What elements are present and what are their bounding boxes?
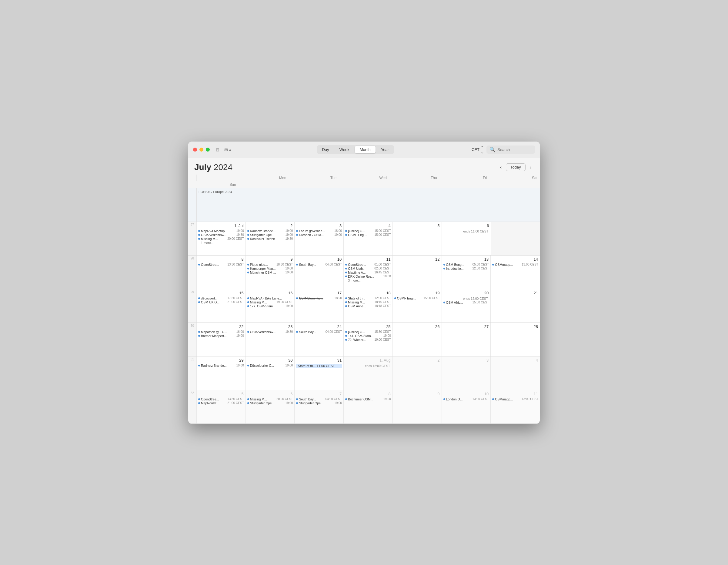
calendar-cell[interactable]: 30Düsseldorfer O...19:00 xyxy=(246,356,295,390)
calendar-cell[interactable]: 3 xyxy=(442,356,491,390)
close-button[interactable] xyxy=(193,148,197,152)
calendar-event[interactable]: Münchner OSM-...19:00 xyxy=(247,271,293,274)
calendar-event[interactable]: South Bay...04:00 CEST xyxy=(296,330,342,334)
calendar-cell[interactable]: 6Missing M...20:00 CESTStuttgarter Ope..… xyxy=(246,390,295,423)
calendar-event[interactable]: Stuttgarter Ope...19:00 xyxy=(247,233,293,237)
calendar-event[interactable]: OSM Afric...15:00 CEST xyxy=(443,301,489,304)
calendar-cell[interactable]: 7South Bay...04:00 CESTStuttgarter Ope..… xyxy=(295,390,344,423)
calendar-event[interactable]: OSMmapp...13:00 CEST xyxy=(492,263,539,266)
calendar-event[interactable]: OSM-Stammtis...18:20 xyxy=(296,296,342,300)
minimize-button[interactable] xyxy=(199,148,203,152)
calendar-cell[interactable]: 6ends 11:00 CEST xyxy=(442,222,491,255)
calendar-event[interactable]: OSMF Engi...15:00 CEST xyxy=(345,233,391,237)
search-input[interactable] xyxy=(497,147,532,152)
calendar-cell[interactable]: 3Forum governan...18:00Dresden - OSM...1… xyxy=(295,222,344,255)
calendar-event[interactable]: OSMF Engi...15:00 CEST xyxy=(394,296,440,300)
calendar-event[interactable]: Radnetz Brande...19:00 xyxy=(198,364,244,367)
calendar-cell[interactable]: 13OSM Beng...05:30 CESTIntroductio...22:… xyxy=(442,256,491,289)
calendar-event[interactable]: Radnetz Brande...19:00 xyxy=(247,229,293,233)
calendar-event[interactable]: OSM Beng...05:30 CEST xyxy=(443,263,489,266)
calendar-event[interactable]: [Online] C...15:00 CEST xyxy=(345,229,391,233)
calendar-cell[interactable]: 1. JulMapRVA Meetup19:00OSM-Verkehrsw...… xyxy=(197,222,246,255)
calendar-event[interactable]: Dresden - OSM...19:00 xyxy=(296,233,342,237)
tab-month[interactable]: Month xyxy=(355,146,376,153)
calendar-event[interactable]: OpenStree...13:30 CEST xyxy=(198,397,244,401)
calendar-event[interactable]: Bochumer OSM...19:00 xyxy=(345,397,391,401)
calendar-event[interactable]: Forum governan...18:00 xyxy=(296,229,342,233)
calendar-event[interactable]: Missing M...20:00 CEST xyxy=(198,237,244,241)
calendar-cell[interactable]: 23OSM-Verkehrsw...19:30 xyxy=(246,323,295,356)
calendar-event[interactable]: Stuttgarter Ope...19:00 xyxy=(296,401,342,405)
sidebar-icon[interactable]: ⊡ xyxy=(215,147,221,153)
calendar-event[interactable]: [Online] O...15:30 CEST xyxy=(345,330,391,334)
calendar-cell[interactable]: 4[Online] C...15:00 CESTOSMF Engi...15:0… xyxy=(344,222,393,255)
calendar-event[interactable]: MapRoulet...21:00 CEST xyxy=(198,401,244,405)
calendar-cell[interactable]: 31State of th... 11:00 CEST xyxy=(295,356,344,390)
calendar-cell[interactable]: 2 xyxy=(393,356,442,390)
banner-event[interactable]: FOSS4G Europe 2024 xyxy=(199,190,232,194)
calendar-cell[interactable]: 22Mapathon @ TU...16:00Bremer Mappert...… xyxy=(197,323,246,356)
calendar-event[interactable]: OSM-Verkehrsw...19:30 xyxy=(198,233,244,237)
calendar-event[interactable]: 177. OSM-Stam...19:00 xyxy=(247,304,293,308)
calendar-event[interactable]: Hamburger Map...19:00 xyxy=(247,267,293,270)
calendar-cell[interactable]: 14OSMmapp...13:00 CEST xyxy=(491,256,540,289)
calendar-event[interactable]: OSM-Verkehrsw...19:30 xyxy=(247,330,293,334)
calendar-cell[interactable]: 25[Online] O...15:30 CEST144. OSM-Stam..… xyxy=(344,323,393,356)
prev-month-button[interactable]: ‹ xyxy=(498,163,504,171)
next-month-button[interactable]: › xyxy=(527,163,534,171)
calendar-event[interactable]: South Bay...04:00 CEST xyxy=(296,397,342,401)
maximize-button[interactable] xyxy=(206,148,210,152)
calendar-event[interactable]: Missing M...19:00 CEST xyxy=(247,300,293,304)
calendar-cell[interactable]: 12 xyxy=(393,256,442,289)
calendar-event[interactable]: OSM UK O...21:00 CEST xyxy=(198,300,244,304)
calendar-event[interactable]: 72. Wiener...19:00 CEST xyxy=(345,338,391,342)
calendar-cell[interactable]: 24South Bay...04:00 CEST xyxy=(295,323,344,356)
calendar-event[interactable]: Stuttgarter Ope...19:00 xyxy=(247,401,293,405)
calendar-cell[interactable]: 8OpenStree...13:30 CEST xyxy=(197,256,246,289)
calendar-cell[interactable]: 2Radnetz Brande...19:00Stuttgarter Ope..… xyxy=(246,222,295,255)
calendar-cell[interactable]: 27 xyxy=(442,323,491,356)
calendar-event[interactable]: 144. OSM-Stam...19:00 xyxy=(345,334,391,338)
calendar-cell[interactable]: 19OSMF Engi...15:00 CEST xyxy=(393,289,442,323)
calendar-cell[interactable]: 15découvert...17:30 CESTOSM UK O...21:00… xyxy=(197,289,246,323)
calendar-event[interactable]: State of th...12:00 CEST xyxy=(345,296,391,300)
calendar-event[interactable]: DRK Online Roa...18:00 xyxy=(345,275,391,278)
calendar-cell[interactable]: 29Radnetz Brande...19:00 xyxy=(197,356,246,390)
add-icon[interactable]: + xyxy=(234,147,239,153)
calendar-event[interactable]: découvert...17:30 CEST xyxy=(198,296,244,300)
calendar-event[interactable]: Pique-niqu...18:30 CEST xyxy=(247,263,293,266)
calendar-cell[interactable]: 26 xyxy=(393,323,442,356)
calendar-event[interactable]: OSMmapp...13:00 CEST xyxy=(492,397,539,401)
calendar-event[interactable]: OSM Utah...02:00 CEST xyxy=(345,267,391,270)
calendar-cell[interactable]: 5 xyxy=(393,222,442,255)
calendar-cell[interactable]: 11OpenStree...01:00 CESTOSM Utah...02:00… xyxy=(344,256,393,289)
calendar-cell[interactable]: 16MapRVA - Bike Lane...Missing M...19:00… xyxy=(246,289,295,323)
calendar-cell[interactable]: 9Pique-niqu...18:30 CESTHamburger Map...… xyxy=(246,256,295,289)
calendar-cell[interactable]: 1. Augends 18:00 CEST xyxy=(344,356,393,390)
calendar-event[interactable]: Maptime A...16:45 CEST xyxy=(345,271,391,274)
calendar-event[interactable]: MapRVA Meetup19:00 xyxy=(198,229,244,233)
mail-icon[interactable]: ✉ 4 xyxy=(223,147,232,153)
calendar-event[interactable]: Rostocker Treffen19:30 xyxy=(247,237,293,241)
calendar-event[interactable]: MapRVA - Bike Lane... xyxy=(247,296,293,300)
calendar-event[interactable]: Bremer Mappert...19:00 xyxy=(198,334,244,338)
calendar-event[interactable]: Mapathon @ TU...16:00 xyxy=(198,330,244,334)
calendar-event[interactable]: Missing M...18:15 CEST xyxy=(345,300,391,304)
timezone-selector[interactable]: CET ⌃⌄ xyxy=(472,145,484,154)
banner-inline-event[interactable]: State of th... 11:00 CEST xyxy=(296,364,342,368)
tab-year[interactable]: Year xyxy=(376,146,394,153)
calendar-event[interactable]: OSM Anne...18:18 CEST xyxy=(345,304,391,308)
calendar-event[interactable]: South Bay...04:00 CEST xyxy=(296,263,342,266)
calendar-cell[interactable]: 17OSM-Stammtis...18:20 xyxy=(295,289,344,323)
calendar-cell[interactable]: 21 xyxy=(491,289,540,323)
calendar-event[interactable]: Düsseldorfer O...19:00 xyxy=(247,364,293,367)
calendar-cell[interactable]: 11OSMmapp...13:00 CEST xyxy=(491,390,540,423)
calendar-cell[interactable]: 10London O...13:00 CEST xyxy=(442,390,491,423)
calendar-cell[interactable]: 20ends 12:00 CESTOSM Afric...15:00 CEST xyxy=(442,289,491,323)
calendar-cell[interactable]: 10South Bay...04:00 CEST xyxy=(295,256,344,289)
calendar-cell[interactable]: 5OpenStree...13:30 CESTMapRoulet...21:00… xyxy=(197,390,246,423)
calendar-cell[interactable]: 9 xyxy=(393,390,442,423)
calendar-cell[interactable]: 4 xyxy=(491,356,540,390)
event-more[interactable]: 3 more... xyxy=(345,279,391,282)
event-more[interactable]: 1 more... xyxy=(198,241,244,245)
